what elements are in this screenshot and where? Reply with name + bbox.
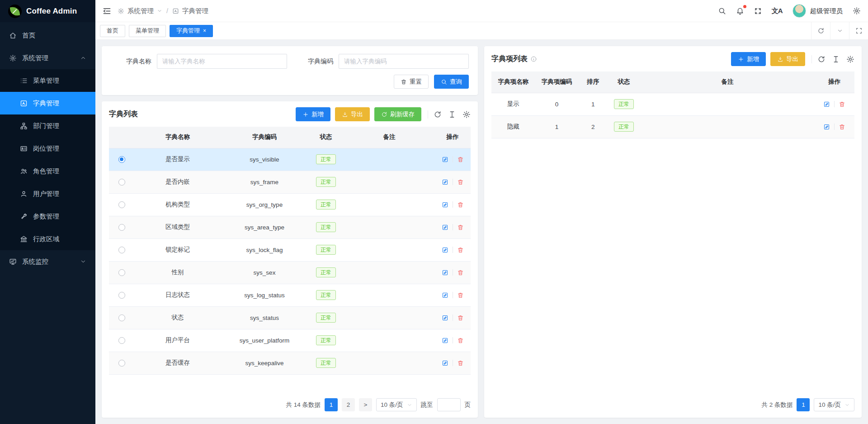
close-tab-icon[interactable]: × <box>203 28 206 33</box>
refresh-cache-button[interactable]: 刷新缓存 <box>374 107 421 121</box>
delete-icon[interactable] <box>457 224 464 231</box>
table-row[interactable]: 是否内嵌 sys_frame 正常 <box>109 171 471 193</box>
table-row[interactable]: 是否缓存 sys_keepalive 正常 <box>109 352 471 374</box>
username: 超级管理员 <box>810 7 843 15</box>
delete-icon[interactable] <box>457 201 464 208</box>
download-icon <box>342 111 348 118</box>
edit-icon[interactable] <box>823 124 830 130</box>
table-row[interactable]: 机构类型 sys_org_type 正常 <box>109 193 471 216</box>
table-row[interactable]: 状态 sys_status 正常 <box>109 306 471 329</box>
sidebar-item-role-mgmt[interactable]: 角色管理 <box>0 160 95 182</box>
sidebar-item-user-mgmt[interactable]: 用户管理 <box>0 182 95 205</box>
row-radio[interactable] <box>118 224 125 231</box>
dict-name-input[interactable] <box>157 54 287 69</box>
sidebar-item-post-mgmt[interactable]: 岗位管理 <box>0 137 95 160</box>
reload-table-icon[interactable] <box>434 110 442 119</box>
translate-icon[interactable]: 文A <box>772 7 783 15</box>
row-radio[interactable] <box>118 156 125 163</box>
row-radio[interactable] <box>118 337 125 344</box>
maximize-content-icon[interactable] <box>849 22 868 39</box>
sidebar-item-system[interactable]: 系统管理 <box>0 47 95 69</box>
delete-icon[interactable] <box>457 247 464 253</box>
page-size-select[interactable]: 10 条/页 <box>376 398 417 411</box>
reload-table-icon[interactable] <box>817 55 826 63</box>
delete-icon[interactable] <box>839 101 845 108</box>
collapse-sidebar-icon[interactable] <box>103 7 111 15</box>
delete-icon[interactable] <box>457 156 464 163</box>
table-row[interactable]: 锁定标记 sys_lock_flag 正常 <box>109 238 471 261</box>
table-row[interactable]: 用户平台 sys_user_platform 正常 <box>109 329 471 352</box>
sidebar-item-menu-mgmt[interactable]: 菜单管理 <box>0 69 95 92</box>
row-radio[interactable] <box>118 360 125 367</box>
delete-icon[interactable] <box>457 269 464 276</box>
page-button-1[interactable]: 1 <box>797 398 810 411</box>
user-menu[interactable]: 超级管理员 <box>793 4 843 18</box>
row-height-icon[interactable] <box>448 110 456 119</box>
edit-icon[interactable] <box>442 314 448 321</box>
search-icon[interactable] <box>718 7 726 15</box>
sidebar-item-param-mgmt[interactable]: 参数管理 <box>0 205 95 228</box>
query-button[interactable]: 查询 <box>434 75 469 89</box>
delete-icon[interactable] <box>457 179 464 186</box>
row-radio[interactable] <box>118 179 125 186</box>
refresh-page-icon[interactable] <box>811 22 830 39</box>
table-row[interactable]: 区域类型 sys_area_type 正常 <box>109 216 471 238</box>
edit-icon[interactable] <box>442 224 448 231</box>
delete-icon[interactable] <box>457 292 464 299</box>
plus-icon <box>302 111 309 118</box>
table-row[interactable]: 性别 sys_sex 正常 <box>109 261 471 284</box>
sidebar-item-dict-mgmt[interactable]: 字典管理 <box>0 92 95 114</box>
export-dict-button[interactable]: 导出 <box>335 107 370 121</box>
page-size-select[interactable]: 10 条/页 <box>814 398 854 411</box>
add-dict-button[interactable]: 新增 <box>296 107 330 121</box>
breadcrumb-group[interactable]: 系统管理 <box>127 7 154 15</box>
dict-item-panel: 字典项列表 新增 导出 <box>484 46 862 418</box>
delete-icon[interactable] <box>457 337 464 344</box>
add-item-button[interactable]: 新增 <box>731 52 766 66</box>
jump-page-input[interactable] <box>437 398 461 411</box>
app-logo[interactable]: Coffee Admin <box>0 0 95 22</box>
sidebar-item-monitor[interactable]: 系统监控 <box>0 250 95 273</box>
table-row[interactable]: 日志状态 sys_log_status 正常 <box>109 284 471 306</box>
tab-options-chevron-icon[interactable] <box>830 22 849 39</box>
tab-dict-mgmt[interactable]: 字典管理 × <box>170 25 213 37</box>
edit-icon[interactable] <box>442 337 448 344</box>
tab-menu-mgmt[interactable]: 菜单管理 <box>129 25 166 37</box>
edit-icon[interactable] <box>442 269 448 276</box>
row-radio[interactable] <box>118 292 125 299</box>
reset-button[interactable]: 重置 <box>394 75 429 89</box>
next-page-button[interactable]: > <box>359 398 372 411</box>
row-radio[interactable] <box>118 201 125 208</box>
export-item-button[interactable]: 导出 <box>770 52 805 66</box>
sidebar-item-home[interactable]: 首页 <box>0 24 95 47</box>
row-radio[interactable] <box>118 269 125 276</box>
tab-home[interactable]: 首页 <box>100 25 125 37</box>
page-button-1[interactable]: 1 <box>325 398 338 411</box>
edit-icon[interactable] <box>442 292 448 299</box>
page-button-2[interactable]: 2 <box>342 398 355 411</box>
sidebar-item-dept-mgmt[interactable]: 部门管理 <box>0 114 95 137</box>
column-settings-icon[interactable] <box>462 110 471 119</box>
edit-icon[interactable] <box>442 360 448 367</box>
edit-icon[interactable] <box>442 247 448 253</box>
edit-icon[interactable] <box>442 156 448 163</box>
edit-icon[interactable] <box>442 179 448 186</box>
table-row[interactable]: 是否显示 sys_visible 正常 <box>109 148 471 171</box>
dict-code-input[interactable] <box>339 54 469 69</box>
column-settings-icon[interactable] <box>846 55 854 63</box>
table-row[interactable]: 显示 0 1 正常 <box>491 93 854 115</box>
edit-icon[interactable] <box>442 201 448 208</box>
table-row[interactable]: 隐藏 1 2 正常 <box>491 115 854 138</box>
download-icon <box>777 56 783 62</box>
delete-icon[interactable] <box>839 124 845 130</box>
fullscreen-icon[interactable] <box>754 7 762 15</box>
sidebar-item-admin-region[interactable]: 行政区域 <box>0 228 95 250</box>
edit-icon[interactable] <box>823 101 830 108</box>
delete-icon[interactable] <box>457 314 464 321</box>
row-radio[interactable] <box>118 247 125 253</box>
notification-bell-icon[interactable] <box>736 7 744 15</box>
row-height-icon[interactable] <box>832 55 840 63</box>
row-radio[interactable] <box>118 314 125 321</box>
delete-icon[interactable] <box>457 360 464 367</box>
settings-gear-icon[interactable] <box>853 7 861 15</box>
